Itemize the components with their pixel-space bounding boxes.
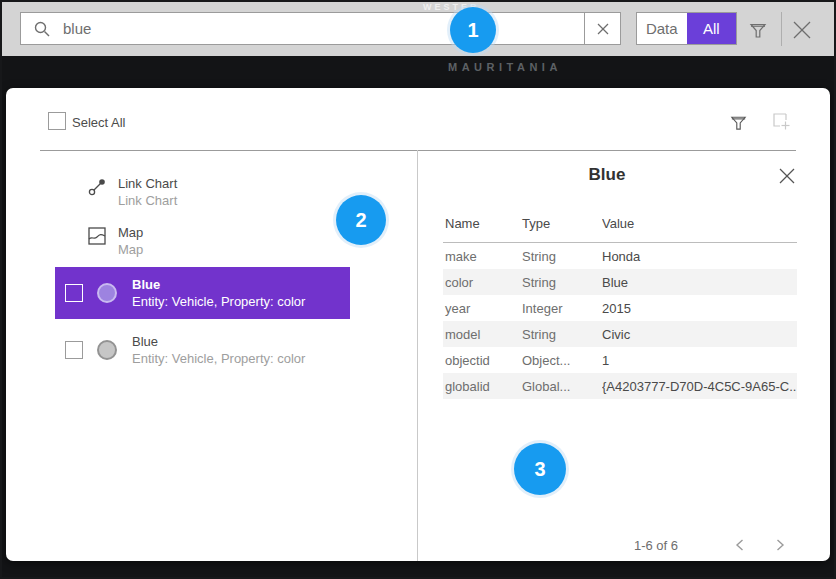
property-name-cell: objectid: [443, 353, 522, 368]
property-name-cell: globalid: [443, 379, 522, 394]
callout-1: 1: [450, 7, 496, 53]
property-table: Name Type Value make String Honda color …: [443, 216, 797, 399]
entity-dot-icon: [97, 283, 117, 303]
callout-3: 3: [514, 443, 566, 495]
result-item-blue-selected[interactable]: Blue Entity: Vehicle, Property: color: [55, 267, 350, 319]
result-title: Map: [118, 224, 143, 241]
property-name-cell: color: [443, 275, 522, 290]
scope-all-button[interactable]: All: [687, 13, 737, 44]
result-subtitle: Map: [118, 241, 143, 258]
page-prev-icon[interactable]: [729, 534, 751, 556]
property-type-cell: String: [522, 249, 602, 264]
result-title: Blue: [132, 333, 305, 350]
result-subtitle: Entity: Vehicle, Property: color: [132, 350, 305, 367]
column-header-name: Name: [443, 216, 522, 238]
search-icon: [33, 20, 51, 38]
pane-divider: [417, 150, 418, 561]
scope-data-button[interactable]: Data: [637, 13, 687, 44]
result-checkbox[interactable]: [65, 341, 83, 359]
property-value-cell: Honda: [602, 249, 797, 264]
search-input[interactable]: [51, 20, 584, 37]
property-row: color String Blue: [443, 269, 797, 295]
search-results-panel: Select All: [6, 88, 830, 561]
link-chart-icon: [88, 178, 106, 196]
property-name-cell: make: [443, 249, 522, 264]
callout-2: 2: [336, 195, 386, 245]
result-item-link-chart[interactable]: Link Chart Link Chart: [6, 175, 346, 215]
entity-dot-icon: [97, 340, 117, 360]
detail-title: Blue: [417, 165, 797, 185]
property-type-cell: Global...: [522, 379, 602, 394]
property-type-cell: String: [522, 275, 602, 290]
panel-header-divider: [40, 150, 796, 151]
select-all-label: Select All: [72, 115, 125, 130]
results-filter-icon[interactable]: [725, 109, 751, 135]
property-row: year Integer 2015: [443, 295, 797, 321]
result-checkbox[interactable]: [65, 284, 83, 302]
column-header-value: Value: [602, 216, 797, 238]
property-value-cell: 1: [602, 353, 797, 368]
property-row: make String Honda: [443, 243, 797, 269]
property-value-cell: Blue: [602, 275, 797, 290]
result-subtitle: Entity: Vehicle, Property: color: [132, 293, 305, 310]
property-row: globalid Global... {A4203777-D70D-4C5C-9…: [443, 373, 797, 399]
map-background: MAURITANIA: [2, 56, 834, 88]
property-row: model String Civic: [443, 321, 797, 347]
detail-close-icon[interactable]: [776, 165, 798, 187]
property-value-cell: 2015: [602, 301, 797, 316]
property-name-cell: year: [443, 301, 522, 316]
property-row: objectid Object... 1: [443, 347, 797, 373]
property-table-header: Name Type Value: [443, 216, 797, 238]
property-name-cell: model: [443, 327, 522, 342]
property-type-cell: String: [522, 327, 602, 342]
search-box: [20, 12, 621, 45]
result-title: Blue: [132, 276, 305, 293]
search-toolbar: WESTER Data All: [2, 2, 834, 56]
select-all-checkbox[interactable]: [48, 112, 66, 130]
app-window: WESTER Data All: [0, 0, 836, 579]
property-type-cell: Integer: [522, 301, 602, 316]
property-value-cell: Civic: [602, 327, 797, 342]
search-scope-toggle: Data All: [636, 12, 737, 45]
pagination-label: 1-6 of 6: [606, 538, 706, 553]
add-to-selection-icon[interactable]: [769, 109, 795, 135]
result-item-map[interactable]: Map Map: [6, 224, 346, 264]
result-title: Link Chart: [118, 175, 177, 192]
toolbar-divider: [781, 12, 782, 46]
result-subtitle: Link Chart: [118, 192, 177, 209]
page-next-icon[interactable]: [769, 534, 791, 556]
filter-icon[interactable]: [746, 18, 770, 42]
map-country-label: MAURITANIA: [448, 61, 562, 73]
result-item-blue[interactable]: Blue Entity: Vehicle, Property: color: [55, 324, 350, 376]
search-close-icon[interactable]: [789, 17, 815, 43]
map-background-bottom: [2, 561, 834, 577]
map-icon: [88, 227, 106, 245]
search-clear-icon[interactable]: [584, 13, 620, 44]
column-header-type: Type: [522, 216, 602, 238]
property-value-cell: {A4203777-D70D-4C5C-9A65-C...: [602, 379, 797, 394]
property-type-cell: Object...: [522, 353, 602, 368]
